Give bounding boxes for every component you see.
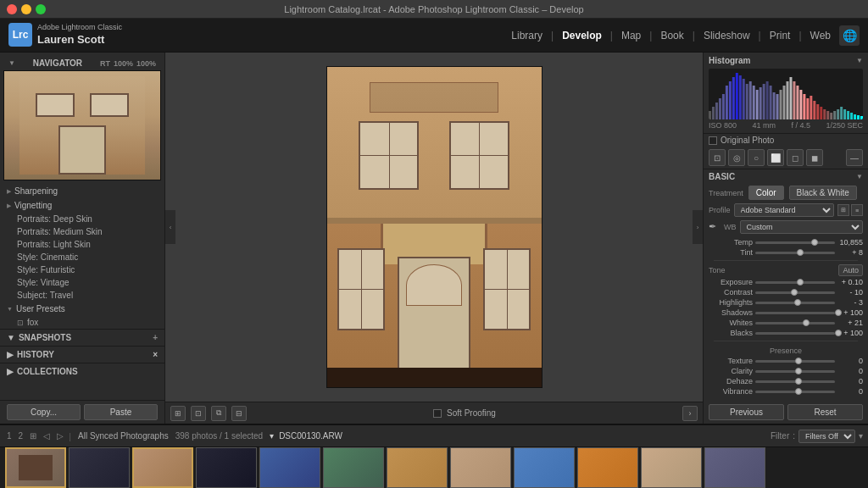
right-panel-collapse-arrow[interactable]: › <box>693 210 703 244</box>
zoom-button[interactable]: › <box>682 406 698 421</box>
redeye-tool[interactable]: ○ <box>748 149 765 166</box>
nav-print[interactable]: Print <box>763 26 798 45</box>
grid-view-button[interactable]: ⊞ <box>170 406 186 421</box>
close-window-button[interactable] <box>7 4 17 14</box>
page-num-1[interactable]: 1 <box>5 430 14 442</box>
exposure-track[interactable] <box>755 281 835 284</box>
film-thumb-1[interactable] <box>5 447 66 488</box>
vibrance-thumb[interactable] <box>795 388 802 395</box>
radial-tool[interactable]: ◻ <box>787 149 804 166</box>
blacks-track[interactable] <box>755 332 835 335</box>
presets-sharpening-header[interactable]: ▶ Sharpening <box>0 184 164 198</box>
tint-thumb[interactable] <box>797 249 804 256</box>
grid-icon[interactable]: ⊞ <box>28 430 38 442</box>
preset-style-vintage[interactable]: Style: Vintage <box>0 276 164 289</box>
nav-library[interactable]: Library <box>504 26 549 45</box>
user-preset-fox[interactable]: ⊡ fox <box>0 316 164 329</box>
histogram-toggle[interactable]: ▼ <box>856 57 863 64</box>
filmstrip-source[interactable]: All Synced Photographs <box>78 431 169 441</box>
navigator-zoomfit[interactable]: 100% <box>136 59 156 68</box>
nav-slideshow[interactable]: Slideshow <box>697 26 757 45</box>
treatment-bw-btn[interactable]: Black & White <box>789 186 857 200</box>
navigator-header[interactable]: ▼ Navigator RT 100% 100% <box>3 56 161 70</box>
preset-portraits-medium[interactable]: Portraits: Medium Skin <box>0 225 164 238</box>
filter-options-icon[interactable]: ▾ <box>859 431 863 441</box>
history-close-icon[interactable]: × <box>153 350 158 359</box>
tint-track[interactable] <box>755 252 835 254</box>
highlights-thumb[interactable] <box>794 299 801 306</box>
contrast-track[interactable] <box>755 291 835 294</box>
texture-track[interactable] <box>755 360 835 363</box>
shadows-thumb[interactable] <box>835 309 842 316</box>
masking-slider[interactable]: — <box>846 149 863 166</box>
paste-button[interactable]: Paste <box>84 404 158 420</box>
reset-button[interactable]: Reset <box>787 404 863 420</box>
whites-thumb[interactable] <box>803 319 810 326</box>
navigator-zoom100[interactable]: 100% <box>114 59 133 68</box>
compare-button[interactable]: ⧉ <box>211 406 226 421</box>
soft-proofing-checkbox[interactable] <box>433 409 442 418</box>
identity-plate-button[interactable]: 🌐 <box>839 25 860 46</box>
original-photo-checkbox[interactable] <box>709 136 717 145</box>
treatment-color-btn[interactable]: Color <box>748 186 784 200</box>
temp-thumb[interactable] <box>811 239 818 246</box>
whites-track[interactable] <box>755 322 835 324</box>
film-thumb-9[interactable] <box>514 447 575 488</box>
wb-select[interactable]: Custom <box>740 220 864 234</box>
presets-vignetting-header[interactable]: ▶ Vignetting <box>0 198 164 213</box>
left-panel-collapse-arrow[interactable]: ‹ <box>165 210 175 244</box>
film-thumb-4[interactable] <box>196 447 257 488</box>
snapshots-header[interactable]: ▼ Snapshots + <box>0 329 164 346</box>
brush-tool[interactable]: ◼ <box>806 149 823 166</box>
history-header[interactable]: ▶ History × <box>0 346 164 363</box>
profile-select[interactable]: Adobe Standard <box>734 203 834 217</box>
dehaze-track[interactable] <box>755 380 835 383</box>
page-num-2[interactable]: 2 <box>17 430 25 442</box>
clarity-thumb[interactable] <box>795 368 802 374</box>
preset-style-cinematic[interactable]: Style: Cinematic <box>0 251 164 263</box>
film-thumb-5[interactable] <box>259 447 320 488</box>
prev-arrow[interactable]: ◁ <box>42 430 52 442</box>
collections-header[interactable]: ▶ Collections <box>0 363 164 380</box>
vibrance-track[interactable] <box>755 391 835 393</box>
copy-button[interactable]: Copy... <box>7 404 81 420</box>
gradient-tool[interactable]: ⬜ <box>767 149 784 166</box>
minimize-window-button[interactable] <box>21 4 31 14</box>
profile-detail-icon[interactable]: ≡ <box>851 204 863 216</box>
film-thumb-10[interactable] <box>577 447 638 488</box>
user-presets-header[interactable]: ▼ User Presets <box>0 302 164 316</box>
loupe-view-button[interactable]: ⊡ <box>191 406 206 421</box>
film-thumb-6[interactable] <box>323 447 384 488</box>
preset-subject-travel[interactable]: Subject: Travel <box>0 289 164 302</box>
film-thumb-7[interactable] <box>387 447 448 488</box>
dehaze-thumb[interactable] <box>795 378 802 385</box>
preset-style-futuristic[interactable]: Style: Futuristic <box>0 263 164 276</box>
temp-track[interactable] <box>755 241 835 244</box>
maximize-window-button[interactable] <box>36 4 46 14</box>
snapshots-add-icon[interactable]: + <box>153 333 158 342</box>
eyedropper-icon[interactable]: ✒ <box>709 221 721 233</box>
preset-portraits-light[interactable]: Portraits: Light Skin <box>0 238 164 251</box>
filter-select[interactable]: Filters Off <box>798 430 855 443</box>
film-thumb-12[interactable] <box>704 447 765 488</box>
film-thumb-8[interactable] <box>450 447 511 488</box>
next-arrow[interactable]: ▷ <box>55 430 65 442</box>
exposure-thumb[interactable] <box>797 279 804 286</box>
basic-panel-header[interactable]: Basic ▼ <box>704 169 868 184</box>
basic-toggle[interactable]: ▼ <box>856 173 863 180</box>
preset-portraits-deep[interactable]: Portraits: Deep Skin <box>0 213 164 225</box>
nav-develop[interactable]: Develop <box>555 26 609 45</box>
contrast-thumb[interactable] <box>791 289 798 296</box>
crop-tool[interactable]: ⊡ <box>709 149 726 166</box>
previous-button[interactable]: Previous <box>709 404 784 420</box>
nav-map[interactable]: Map <box>615 26 648 45</box>
survey-button[interactable]: ⊟ <box>231 406 247 421</box>
heal-tool[interactable]: ◎ <box>728 149 745 166</box>
nav-book[interactable]: Book <box>654 26 690 45</box>
texture-thumb[interactable] <box>795 358 802 364</box>
clarity-track[interactable] <box>755 370 835 373</box>
auto-button[interactable]: Auto <box>838 264 863 276</box>
film-thumb-3[interactable] <box>132 447 193 488</box>
film-thumb-11[interactable] <box>641 447 702 488</box>
blacks-thumb[interactable] <box>835 330 842 336</box>
